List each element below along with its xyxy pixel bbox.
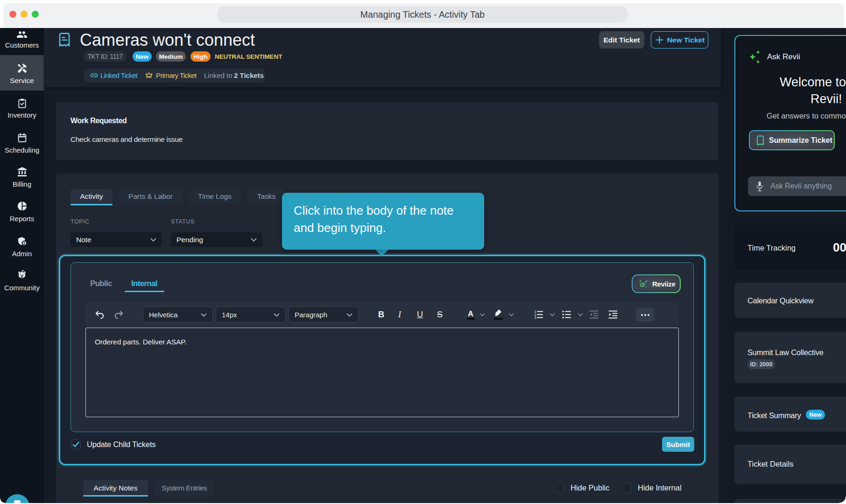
svg-text:3: 3 (535, 316, 536, 319)
